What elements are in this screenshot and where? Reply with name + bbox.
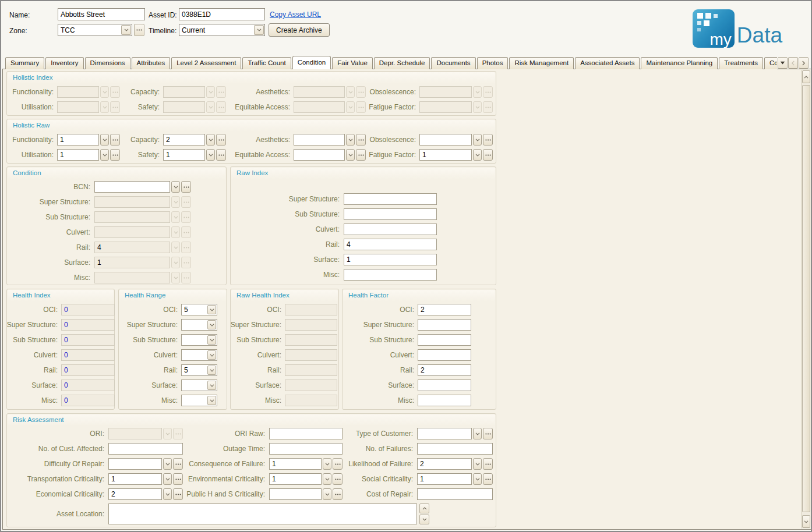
health-factor-misc-input[interactable] [418,395,471,406]
risk-likelihood-of-failure-value[interactable]: 2 [417,458,472,470]
health-range-culvert-select[interactable] [181,349,217,361]
tab-condition[interactable]: Condition [292,56,331,69]
holistic-raw-fatigue-factor-dropdown-button[interactable] [473,149,482,161]
risk-economical-criticality-ellipsis-button[interactable] [173,488,183,500]
tab-photos[interactable]: Photos [477,57,509,69]
risk-type-of-customer-value[interactable] [417,428,472,439]
condition-bcn-dropdown-button[interactable] [171,181,180,193]
copy-asset-url-link[interactable]: Copy Asset URL [270,10,321,19]
spin-up-button[interactable] [419,503,429,513]
raw-index-sub-structure-input[interactable] [344,208,437,220]
holistic-raw-obsolescence-value[interactable] [419,134,472,146]
health-range-sub-structure-dropdown-button[interactable] [207,335,216,345]
holistic-raw-equitable-access-value[interactable] [294,149,345,161]
name-input[interactable]: Abbotts Street [58,8,145,20]
holistic-raw-aesthetics-dropdown-button[interactable] [346,134,355,146]
risk-type-of-customer-ellipsis-button[interactable] [483,428,493,439]
raw-index-surface-input[interactable]: 1 [344,254,437,265]
zone-ellipsis-button[interactable] [134,24,144,36]
condition-bcn-ellipsis-button[interactable] [181,181,191,193]
risk-social-criticality-combo[interactable]: 1 [417,473,493,485]
health-range-misc-dropdown-button[interactable] [207,396,216,405]
tab-risk-management[interactable]: Risk Management [509,57,574,69]
risk-public-h-and-s-criticality-ellipsis-button[interactable] [333,488,343,500]
timeline-select[interactable]: Current [179,24,265,36]
health-range-sub-structure-select[interactable] [181,334,217,346]
holistic-raw-capacity-ellipsis-button[interactable] [216,134,226,146]
risk-outage-time-input[interactable] [269,443,343,455]
risk-difficulty-of-repair-dropdown-button[interactable] [163,458,172,470]
risk-no-of-cust-affected-input[interactable] [108,443,183,455]
risk-environmental-criticality-ellipsis-button[interactable] [333,473,343,485]
risk-economical-criticality-dropdown-button[interactable] [163,488,172,500]
risk-consequence-of-failure-combo[interactable]: 1 [269,458,343,470]
tab-level-2-assessment[interactable]: Level 2 Assessment [171,57,241,69]
health-range-super-structure-dropdown-button[interactable] [207,320,216,329]
zone-dropdown-button[interactable] [121,25,131,35]
health-factor-culvert-input[interactable] [418,349,471,361]
risk-ori-raw-input[interactable] [269,428,343,439]
health-factor-super-structure-input[interactable] [418,319,471,331]
risk-asset-location-textarea[interactable] [108,503,417,524]
tab-contacts[interactable]: Contacts [764,57,777,69]
risk-transportation-criticality-dropdown-button[interactable] [163,473,172,485]
holistic-raw-safety-dropdown-button[interactable] [206,149,215,161]
create-archive-button[interactable]: Create Archive [269,23,330,37]
risk-consequence-of-failure-ellipsis-button[interactable] [333,458,343,470]
risk-economical-criticality-combo[interactable]: 2 [108,488,183,500]
tab-summary[interactable]: Summary [5,57,44,69]
holistic-raw-functionality-ellipsis-button[interactable] [110,134,120,146]
risk-likelihood-of-failure-dropdown-button[interactable] [473,458,482,470]
holistic-raw-functionality-combo[interactable]: 1 [57,134,120,146]
risk-social-criticality-value[interactable]: 1 [417,473,472,485]
health-range-misc-select[interactable] [181,395,217,406]
scroll-up-button[interactable] [802,70,810,83]
health-range-super-structure-select[interactable] [181,319,217,331]
tab-scroll-right-button[interactable] [799,57,809,69]
risk-public-h-and-s-criticality-combo[interactable] [269,488,343,500]
condition-bcn-combo[interactable] [94,181,191,193]
holistic-raw-capacity-combo[interactable]: 2 [163,134,226,146]
holistic-raw-functionality-dropdown-button[interactable] [100,134,109,146]
holistic-raw-fatigue-factor-ellipsis-button[interactable] [483,149,493,161]
risk-consequence-of-failure-dropdown-button[interactable] [323,458,331,470]
health-range-rail-dropdown-button[interactable] [207,366,216,375]
holistic-raw-utilisation-combo[interactable]: 1 [57,149,120,161]
holistic-raw-equitable-access-dropdown-button[interactable] [346,149,355,161]
holistic-raw-capacity-dropdown-button[interactable] [206,134,215,146]
holistic-raw-capacity-value[interactable]: 2 [163,134,205,146]
tab-dimensions[interactable]: Dimensions [85,57,130,69]
holistic-raw-obsolescence-combo[interactable] [419,134,493,146]
risk-type-of-customer-dropdown-button[interactable] [473,428,482,439]
holistic-raw-utilisation-ellipsis-button[interactable] [110,149,120,161]
tab-inventory[interactable]: Inventory [45,57,83,69]
risk-difficulty-of-repair-value[interactable] [108,458,162,470]
risk-transportation-criticality-combo[interactable]: 1 [108,473,183,485]
health-factor-rail-input[interactable]: 2 [418,364,471,376]
holistic-raw-safety-value[interactable]: 1 [163,149,205,161]
tab-associated-assets[interactable]: Associated Assets [575,57,640,69]
scrollbar-thumb[interactable] [802,85,810,512]
raw-index-super-structure-input[interactable] [344,193,437,205]
risk-environmental-criticality-combo[interactable]: 1 [269,473,343,485]
holistic-raw-aesthetics-value[interactable] [294,134,345,146]
tab-attributes[interactable]: Attributes [132,57,171,69]
holistic-raw-utilisation-dropdown-button[interactable] [100,149,109,161]
risk-transportation-criticality-ellipsis-button[interactable] [173,473,183,485]
holistic-raw-safety-combo[interactable]: 1 [163,149,226,161]
holistic-raw-obsolescence-dropdown-button[interactable] [473,134,482,146]
risk-difficulty-of-repair-ellipsis-button[interactable] [173,458,183,470]
holistic-raw-equitable-access-ellipsis-button[interactable] [356,149,366,161]
health-range-surface-dropdown-button[interactable] [207,381,216,390]
spin-down-button[interactable] [419,515,429,524]
scroll-down-button[interactable] [802,515,810,528]
raw-index-misc-input[interactable] [344,269,437,281]
holistic-raw-obsolescence-ellipsis-button[interactable] [483,134,493,146]
risk-no-of-failures-input[interactable] [417,443,493,455]
risk-transportation-criticality-value[interactable]: 1 [108,473,162,485]
risk-consequence-of-failure-value[interactable]: 1 [269,458,322,470]
health-factor-oci-input[interactable]: 2 [418,304,471,315]
tab-maintenance-planning[interactable]: Maintenance Planning [641,57,718,69]
condition-bcn-value[interactable] [94,181,170,193]
holistic-raw-aesthetics-ellipsis-button[interactable] [356,134,366,146]
